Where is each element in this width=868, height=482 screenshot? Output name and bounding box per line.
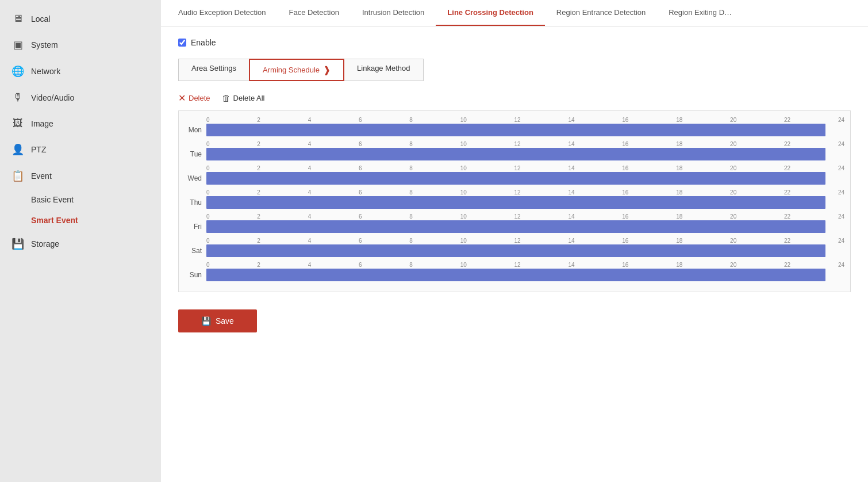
sub-tab-arming-schedule[interactable]: Arming Schedule ❱	[249, 59, 344, 81]
network-icon: 🌐	[11, 65, 24, 78]
schedule-bar-fri	[206, 220, 825, 233]
schedule-bar-sun	[206, 269, 825, 281]
sidebar-item-network[interactable]: 🌐 Network	[0, 58, 161, 85]
delete-button[interactable]: ✕ Delete	[178, 93, 210, 104]
top-tab-bar: Audio Exception Detection Face Detection…	[161, 0, 868, 26]
schedule-row: Wed	[185, 172, 844, 185]
sidebar-item-video-audio[interactable]: 🎙 Video/Audio	[0, 85, 161, 110]
storage-icon: 💾	[11, 238, 24, 250]
arrow-right-icon: ❱	[323, 64, 331, 75]
tab-audio-exception[interactable]: Audio Exception Detection	[167, 0, 277, 26]
sidebar-label-local: Local	[31, 14, 50, 24]
trash-icon: 🗑	[222, 93, 231, 103]
schedule-bar-container[interactable]	[206, 220, 844, 233]
tab-region-exiting[interactable]: Region Exiting D…	[657, 0, 743, 26]
sidebar-item-image[interactable]: 🖼 Image	[0, 110, 161, 136]
save-icon: 💾	[201, 316, 211, 326]
delete-x-icon: ✕	[178, 93, 186, 104]
schedule-row: Fri	[185, 220, 844, 233]
schedule-bar-mon	[206, 124, 825, 136]
sub-tab-bar: Area Settings Arming Schedule ❱ Linkage …	[178, 59, 424, 81]
schedule-row: Sat	[185, 244, 844, 257]
sidebar-item-storage[interactable]: 💾 Storage	[0, 231, 161, 257]
sidebar-item-basic-event[interactable]: Basic Event	[0, 189, 161, 210]
content-area: Enable Area Settings Arming Schedule ❱ L…	[161, 26, 868, 482]
sidebar-label-ptz: PTZ	[31, 145, 46, 154]
save-button[interactable]: 💾 Save	[178, 309, 257, 332]
schedule-row: Mon	[185, 124, 844, 136]
sidebar-item-ptz[interactable]: 👤 PTZ	[0, 136, 161, 163]
sidebar-label-system: System	[31, 40, 58, 49]
image-icon: 🖼	[11, 117, 24, 129]
schedule-container: 024681012141618202224Mon0246810121416182…	[178, 110, 851, 292]
action-bar: ✕ Delete 🗑 Delete All	[178, 93, 851, 104]
tab-intrusion-detection[interactable]: Intrusion Detection	[351, 0, 436, 26]
sub-tab-linkage-method[interactable]: Linkage Method	[344, 59, 424, 81]
sidebar-label-event: Event	[31, 171, 52, 181]
tab-region-entrance[interactable]: Region Entrance Detection	[545, 0, 657, 26]
schedule-bar-thu	[206, 196, 825, 209]
enable-label: Enable	[191, 38, 216, 47]
sidebar-label-network: Network	[31, 67, 60, 76]
schedule-row: Thu	[185, 196, 844, 209]
enable-row: Enable	[178, 38, 851, 47]
basic-event-label: Basic Event	[31, 195, 74, 204]
sidebar-item-system[interactable]: ▣ System	[0, 32, 161, 58]
schedule-bar-tue	[206, 148, 825, 160]
sub-tab-area-settings[interactable]: Area Settings	[178, 59, 249, 81]
save-section: 💾 Save	[178, 309, 851, 332]
ptz-icon: 👤	[11, 143, 24, 156]
system-icon: ▣	[11, 39, 24, 51]
smart-event-label: Smart Event	[31, 216, 78, 225]
tab-face-detection[interactable]: Face Detection	[277, 0, 350, 26]
schedule-row: Sun	[185, 269, 844, 281]
tab-line-crossing[interactable]: Line Crossing Detection	[436, 0, 545, 26]
video-audio-icon: 🎙	[11, 91, 24, 104]
schedule-bar-sat	[206, 244, 825, 257]
sidebar-item-smart-event[interactable]: Smart Event	[0, 210, 161, 231]
sidebar-item-event[interactable]: 📋 Event	[0, 163, 161, 189]
schedule-bar-container[interactable]	[206, 124, 844, 136]
main-content: Audio Exception Detection Face Detection…	[161, 0, 868, 482]
schedule-bar-container[interactable]	[206, 269, 844, 281]
delete-all-button[interactable]: 🗑 Delete All	[222, 93, 265, 103]
schedule-row: Tue	[185, 148, 844, 160]
local-icon: 🖥	[11, 13, 24, 25]
schedule-bar-container[interactable]	[206, 196, 844, 209]
schedule-bar-container[interactable]	[206, 244, 844, 257]
sidebar-label-image: Image	[31, 119, 53, 128]
enable-checkbox[interactable]	[178, 39, 186, 47]
event-icon: 📋	[11, 170, 24, 182]
schedule-bar-container[interactable]	[206, 172, 844, 185]
sidebar-item-local[interactable]: 🖥 Local	[0, 6, 161, 32]
sidebar: 🖥 Local ▣ System 🌐 Network 🎙 Video/Audio…	[0, 0, 161, 482]
schedule-bar-container[interactable]	[206, 148, 844, 160]
sidebar-label-video-audio: Video/Audio	[31, 93, 74, 102]
schedule-bar-wed	[206, 172, 825, 185]
sidebar-label-storage: Storage	[31, 239, 59, 248]
